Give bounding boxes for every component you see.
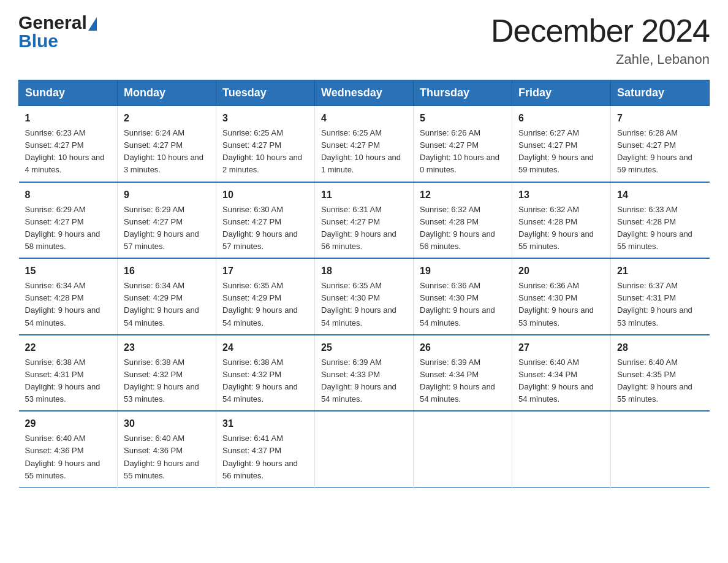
calendar-cell: 8Sunrise: 6:29 AMSunset: 4:27 PMDaylight… xyxy=(19,182,118,259)
day-info: Sunrise: 6:27 AMSunset: 4:27 PMDaylight:… xyxy=(518,127,604,177)
day-info: Sunrise: 6:26 AMSunset: 4:27 PMDaylight:… xyxy=(420,127,506,177)
day-info: Sunrise: 6:34 AMSunset: 4:29 PMDaylight:… xyxy=(124,280,210,329)
day-number: 4 xyxy=(321,111,407,126)
day-number: 12 xyxy=(420,188,506,202)
day-info: Sunrise: 6:25 AMSunset: 4:27 PMDaylight:… xyxy=(321,127,407,177)
calendar-week-row: 1Sunrise: 6:23 AMSunset: 4:27 PMDaylight… xyxy=(19,106,710,182)
logo-general: General xyxy=(18,12,87,33)
day-info: Sunrise: 6:30 AMSunset: 4:27 PMDaylight:… xyxy=(222,204,308,253)
day-info: Sunrise: 6:28 AMSunset: 4:27 PMDaylight:… xyxy=(617,127,703,177)
day-info: Sunrise: 6:40 AMSunset: 4:36 PMDaylight:… xyxy=(124,432,210,482)
calendar-cell: 17Sunrise: 6:35 AMSunset: 4:29 PMDayligh… xyxy=(216,258,315,335)
weekday-header-sunday: Sunday xyxy=(19,80,118,106)
calendar-cell: 12Sunrise: 6:32 AMSunset: 4:28 PMDayligh… xyxy=(414,182,512,259)
day-number: 17 xyxy=(222,264,308,278)
day-info: Sunrise: 6:29 AMSunset: 4:27 PMDaylight:… xyxy=(25,204,112,253)
day-number: 19 xyxy=(420,264,506,278)
day-info: Sunrise: 6:35 AMSunset: 4:29 PMDaylight:… xyxy=(222,280,308,329)
weekday-header-friday: Friday xyxy=(512,80,611,106)
day-info: Sunrise: 6:29 AMSunset: 4:27 PMDaylight:… xyxy=(124,204,210,253)
day-number: 30 xyxy=(124,416,210,431)
calendar-cell xyxy=(512,411,611,487)
day-info: Sunrise: 6:41 AMSunset: 4:37 PMDaylight:… xyxy=(222,432,308,482)
calendar-cell: 24Sunrise: 6:38 AMSunset: 4:32 PMDayligh… xyxy=(216,335,315,412)
calendar-cell xyxy=(315,411,414,487)
calendar-title-block: December 2024 Zahle, Lebanon xyxy=(491,12,710,67)
calendar-cell: 21Sunrise: 6:37 AMSunset: 4:31 PMDayligh… xyxy=(611,258,710,335)
day-info: Sunrise: 6:39 AMSunset: 4:34 PMDaylight:… xyxy=(420,356,506,406)
day-number: 11 xyxy=(321,188,407,202)
calendar-cell: 26Sunrise: 6:39 AMSunset: 4:34 PMDayligh… xyxy=(414,335,512,412)
calendar-cell: 30Sunrise: 6:40 AMSunset: 4:36 PMDayligh… xyxy=(118,411,216,487)
calendar-cell: 18Sunrise: 6:35 AMSunset: 4:30 PMDayligh… xyxy=(315,258,414,335)
day-info: Sunrise: 6:36 AMSunset: 4:30 PMDaylight:… xyxy=(518,280,604,329)
calendar-cell: 2Sunrise: 6:24 AMSunset: 4:27 PMDaylight… xyxy=(118,106,216,182)
day-info: Sunrise: 6:24 AMSunset: 4:27 PMDaylight:… xyxy=(124,127,210,177)
day-info: Sunrise: 6:38 AMSunset: 4:31 PMDaylight:… xyxy=(25,356,112,406)
day-number: 23 xyxy=(124,340,210,355)
day-info: Sunrise: 6:32 AMSunset: 4:28 PMDaylight:… xyxy=(420,204,506,253)
day-info: Sunrise: 6:32 AMSunset: 4:28 PMDaylight:… xyxy=(518,204,604,253)
calendar-week-row: 8Sunrise: 6:29 AMSunset: 4:27 PMDaylight… xyxy=(19,182,710,259)
day-number: 9 xyxy=(124,188,210,202)
day-number: 16 xyxy=(124,264,210,278)
calendar-week-row: 29Sunrise: 6:40 AMSunset: 4:36 PMDayligh… xyxy=(19,411,710,487)
calendar-cell: 19Sunrise: 6:36 AMSunset: 4:30 PMDayligh… xyxy=(414,258,512,335)
calendar-cell: 5Sunrise: 6:26 AMSunset: 4:27 PMDaylight… xyxy=(414,106,512,182)
day-number: 6 xyxy=(518,111,604,126)
weekday-header-wednesday: Wednesday xyxy=(315,80,414,106)
day-number: 20 xyxy=(518,264,604,278)
calendar-cell: 4Sunrise: 6:25 AMSunset: 4:27 PMDaylight… xyxy=(315,106,414,182)
day-info: Sunrise: 6:35 AMSunset: 4:30 PMDaylight:… xyxy=(321,280,407,329)
day-info: Sunrise: 6:36 AMSunset: 4:30 PMDaylight:… xyxy=(420,280,506,329)
calendar-cell: 28Sunrise: 6:40 AMSunset: 4:35 PMDayligh… xyxy=(611,335,710,412)
day-number: 24 xyxy=(222,340,308,355)
weekday-header-tuesday: Tuesday xyxy=(216,80,315,106)
day-number: 10 xyxy=(222,188,308,202)
day-info: Sunrise: 6:40 AMSunset: 4:34 PMDaylight:… xyxy=(518,356,604,406)
day-number: 27 xyxy=(518,340,604,355)
day-info: Sunrise: 6:33 AMSunset: 4:28 PMDaylight:… xyxy=(617,204,703,253)
day-info: Sunrise: 6:23 AMSunset: 4:27 PMDaylight:… xyxy=(25,127,112,177)
day-info: Sunrise: 6:25 AMSunset: 4:27 PMDaylight:… xyxy=(222,127,308,177)
calendar-table: SundayMondayTuesdayWednesdayThursdayFrid… xyxy=(18,80,710,488)
calendar-cell: 31Sunrise: 6:41 AMSunset: 4:37 PMDayligh… xyxy=(216,411,315,487)
calendar-cell: 13Sunrise: 6:32 AMSunset: 4:28 PMDayligh… xyxy=(512,182,611,259)
calendar-cell: 15Sunrise: 6:34 AMSunset: 4:28 PMDayligh… xyxy=(19,258,118,335)
calendar-cell: 20Sunrise: 6:36 AMSunset: 4:30 PMDayligh… xyxy=(512,258,611,335)
day-info: Sunrise: 6:39 AMSunset: 4:33 PMDaylight:… xyxy=(321,356,407,406)
day-info: Sunrise: 6:38 AMSunset: 4:32 PMDaylight:… xyxy=(222,356,308,406)
calendar-cell: 10Sunrise: 6:30 AMSunset: 4:27 PMDayligh… xyxy=(216,182,315,259)
day-number: 7 xyxy=(617,111,703,126)
calendar-cell: 9Sunrise: 6:29 AMSunset: 4:27 PMDaylight… xyxy=(118,182,216,259)
calendar-cell: 6Sunrise: 6:27 AMSunset: 4:27 PMDaylight… xyxy=(512,106,611,182)
calendar-cell xyxy=(611,411,710,487)
weekday-header-saturday: Saturday xyxy=(611,80,710,106)
calendar-cell: 14Sunrise: 6:33 AMSunset: 4:28 PMDayligh… xyxy=(611,182,710,259)
day-number: 8 xyxy=(25,188,112,202)
page-header: General Blue December 2024 Zahle, Lebano… xyxy=(18,12,710,67)
day-info: Sunrise: 6:37 AMSunset: 4:31 PMDaylight:… xyxy=(617,280,703,329)
day-number: 15 xyxy=(25,264,112,278)
calendar-week-row: 22Sunrise: 6:38 AMSunset: 4:31 PMDayligh… xyxy=(19,335,710,412)
calendar-cell: 1Sunrise: 6:23 AMSunset: 4:27 PMDaylight… xyxy=(19,106,118,182)
calendar-cell: 29Sunrise: 6:40 AMSunset: 4:36 PMDayligh… xyxy=(19,411,118,487)
calendar-subtitle: Zahle, Lebanon xyxy=(491,52,710,67)
day-number: 5 xyxy=(420,111,506,126)
day-number: 29 xyxy=(25,416,112,431)
day-number: 28 xyxy=(617,340,703,355)
day-number: 26 xyxy=(420,340,506,355)
logo: General Blue xyxy=(18,12,97,52)
logo-triangle-icon xyxy=(88,17,97,31)
calendar-cell: 11Sunrise: 6:31 AMSunset: 4:27 PMDayligh… xyxy=(315,182,414,259)
calendar-cell: 25Sunrise: 6:39 AMSunset: 4:33 PMDayligh… xyxy=(315,335,414,412)
day-number: 21 xyxy=(617,264,703,278)
day-number: 25 xyxy=(321,340,407,355)
day-info: Sunrise: 6:38 AMSunset: 4:32 PMDaylight:… xyxy=(124,356,210,406)
calendar-cell: 7Sunrise: 6:28 AMSunset: 4:27 PMDaylight… xyxy=(611,106,710,182)
day-info: Sunrise: 6:34 AMSunset: 4:28 PMDaylight:… xyxy=(25,280,112,329)
calendar-title: December 2024 xyxy=(491,12,710,49)
day-info: Sunrise: 6:40 AMSunset: 4:36 PMDaylight:… xyxy=(25,432,112,482)
day-number: 14 xyxy=(617,188,703,202)
calendar-cell xyxy=(414,411,512,487)
